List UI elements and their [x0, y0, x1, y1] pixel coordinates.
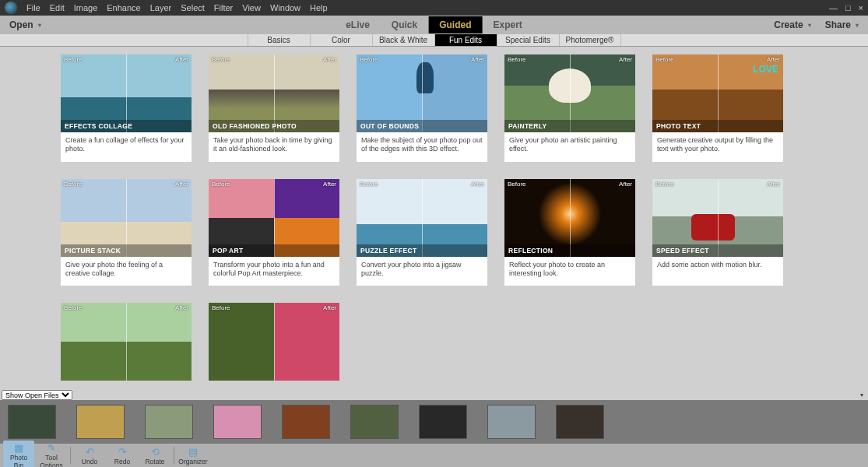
- card-description: Give your photo the feeling of a creativ…: [61, 257, 192, 286]
- bin-thumbnail[interactable]: [282, 405, 330, 439]
- before-label: Before: [64, 181, 83, 188]
- bin-collapse-icon[interactable]: ▾: [860, 392, 863, 399]
- close-icon[interactable]: ×: [859, 3, 863, 12]
- guided-card[interactable]: BeforeAfter: [209, 303, 339, 381]
- guided-card[interactable]: BeforeAfterPHOTO TEXTGenerate creative o…: [652, 54, 783, 162]
- organizer-button[interactable]: ▤ Organizer: [177, 446, 209, 465]
- share-menu[interactable]: Share: [825, 19, 859, 30]
- guided-card[interactable]: BeforeAfterREFLECTIONReflect your photo …: [504, 179, 635, 286]
- card-title: PICTURE STACK: [61, 244, 192, 257]
- before-label: Before: [360, 181, 378, 188]
- subtab-photomerge-[interactable]: Photomerge®: [559, 34, 621, 46]
- before-label: Before: [212, 181, 230, 188]
- guided-card[interactable]: BeforeAfterSPEED EFFECTAdd some action w…: [652, 179, 783, 286]
- guided-card[interactable]: BeforeAfter: [61, 303, 192, 381]
- menu-image[interactable]: Image: [74, 3, 98, 12]
- bin-view-select[interactable]: Show Open Files: [2, 390, 72, 400]
- bin-thumbnail[interactable]: [145, 405, 193, 439]
- before-label: Before: [212, 56, 230, 63]
- subtab-fun-edits[interactable]: Fun Edits: [434, 34, 497, 46]
- bin-thumbnail[interactable]: [76, 405, 125, 439]
- rotate-button[interactable]: ⟲ Rotate: [139, 446, 170, 465]
- window-controls: — □ ×: [829, 3, 863, 12]
- bin-thumbnail[interactable]: [556, 405, 604, 439]
- card-thumbnail: BeforeAfterEFFECTS COLLAGE: [61, 54, 192, 132]
- bin-thumbnail[interactable]: [419, 405, 467, 439]
- mode-elive[interactable]: eLive: [335, 16, 381, 33]
- after-label: After: [323, 304, 336, 311]
- photo-bin-button[interactable]: ▦ Photo Bin: [3, 441, 34, 468]
- before-label: Before: [508, 56, 526, 63]
- card-thumbnail: BeforeAfterOLD FASHIONED PHOTO: [209, 54, 339, 132]
- card-description: Generate creative output by filling the …: [652, 132, 783, 162]
- card-description: Make the subject of your photo pop out o…: [357, 132, 487, 162]
- divider: [174, 447, 174, 464]
- menu-filter[interactable]: Filter: [214, 3, 233, 12]
- card-title: PAINTERLY: [504, 120, 635, 132]
- mode-guided[interactable]: Guided: [428, 16, 482, 33]
- maximize-icon[interactable]: □: [845, 3, 851, 12]
- before-after-divider: [126, 303, 127, 381]
- before-label: Before: [508, 181, 526, 188]
- guided-card[interactable]: BeforeAfterOLD FASHIONED PHOTOTake your …: [209, 54, 339, 162]
- card-description: Create a fun collage of effects for your…: [61, 132, 192, 162]
- photo-bin: [0, 400, 868, 444]
- card-title: OUT OF BOUNDS: [357, 120, 487, 132]
- bin-thumbnail[interactable]: [350, 405, 399, 439]
- guided-card[interactable]: BeforeAfterOUT OF BOUNDSMake the subject…: [357, 54, 487, 162]
- bin-thumbnail[interactable]: [213, 405, 262, 439]
- card-title: REFLECTION: [504, 244, 635, 257]
- before-label: Before: [212, 304, 230, 311]
- create-menu[interactable]: Create: [774, 19, 810, 30]
- menu-view[interactable]: View: [242, 3, 261, 12]
- undo-button[interactable]: ↶ Undo: [74, 446, 105, 465]
- mode-expert[interactable]: Expert: [483, 16, 533, 33]
- subtab-special-edits[interactable]: Special Edits: [497, 34, 559, 46]
- menu-window[interactable]: Window: [270, 3, 300, 12]
- before-label: Before: [360, 56, 378, 63]
- subtab-basics[interactable]: Basics: [248, 34, 310, 46]
- tool-options-button[interactable]: ✎ Tool Options: [36, 442, 67, 468]
- card-title: POP ART: [209, 244, 339, 257]
- menu-enhance[interactable]: Enhance: [107, 3, 140, 12]
- guided-subtabs: BasicsColorBlack & WhiteFun EditsSpecial…: [0, 34, 868, 47]
- after-label: After: [471, 56, 484, 63]
- subtab-color[interactable]: Color: [310, 34, 372, 46]
- guided-card[interactable]: BeforeAfterEFFECTS COLLAGECreate a fun c…: [61, 54, 192, 162]
- photo-bin-icon: ▦: [5, 442, 33, 454]
- open-menu[interactable]: Open: [9, 19, 41, 30]
- card-thumbnail: BeforeAfterPICTURE STACK: [61, 179, 192, 257]
- guided-card[interactable]: BeforeAfterPUZZLE EFFECTConvert your pho…: [357, 179, 487, 286]
- card-description: Take your photo back in time by giving i…: [209, 132, 339, 162]
- after-label: After: [175, 181, 188, 188]
- guided-gallery: BeforeAfterEFFECTS COLLAGECreate a fun c…: [0, 47, 868, 389]
- menu-help[interactable]: Help: [310, 3, 328, 12]
- guided-card[interactable]: BeforeAfterPICTURE STACKGive your photo …: [61, 179, 192, 286]
- subtab-black-white[interactable]: Black & White: [372, 34, 434, 46]
- bottom-toolbar: ▦ Photo Bin ✎ Tool Options ↶ Undo ↷ Redo…: [0, 444, 868, 467]
- card-thumbnail: BeforeAfter: [209, 303, 339, 381]
- after-label: After: [767, 56, 780, 63]
- after-label: After: [323, 56, 336, 63]
- card-title: PUZZLE EFFECT: [357, 244, 487, 257]
- mode-quick[interactable]: Quick: [381, 16, 428, 33]
- card-title: OLD FASHIONED PHOTO: [209, 120, 339, 132]
- after-label: After: [175, 56, 188, 63]
- menu-file[interactable]: File: [26, 3, 40, 12]
- menu-layer[interactable]: Layer: [150, 3, 172, 12]
- bin-thumbnail[interactable]: [487, 405, 536, 439]
- card-description: Reflect your photo to create an interest…: [504, 257, 635, 286]
- guided-card[interactable]: BeforeAfterPAINTERLYGive your photo an a…: [504, 54, 635, 162]
- guided-card[interactable]: BeforeAfterPOP ARTTransform your photo i…: [209, 179, 339, 286]
- after-label: After: [175, 304, 188, 311]
- menu-select[interactable]: Select: [181, 3, 205, 12]
- redo-button[interactable]: ↷ Redo: [107, 446, 138, 465]
- after-label: After: [619, 181, 632, 188]
- bin-thumbnail[interactable]: [8, 405, 56, 439]
- card-thumbnail: BeforeAfterPUZZLE EFFECT: [357, 179, 487, 257]
- redo-icon: ↷: [107, 446, 138, 458]
- minimize-icon[interactable]: —: [829, 3, 838, 12]
- menu-edit[interactable]: Edit: [50, 3, 65, 12]
- card-description: Give your photo an artistic painting eff…: [504, 132, 635, 162]
- card-title: PHOTO TEXT: [652, 120, 783, 132]
